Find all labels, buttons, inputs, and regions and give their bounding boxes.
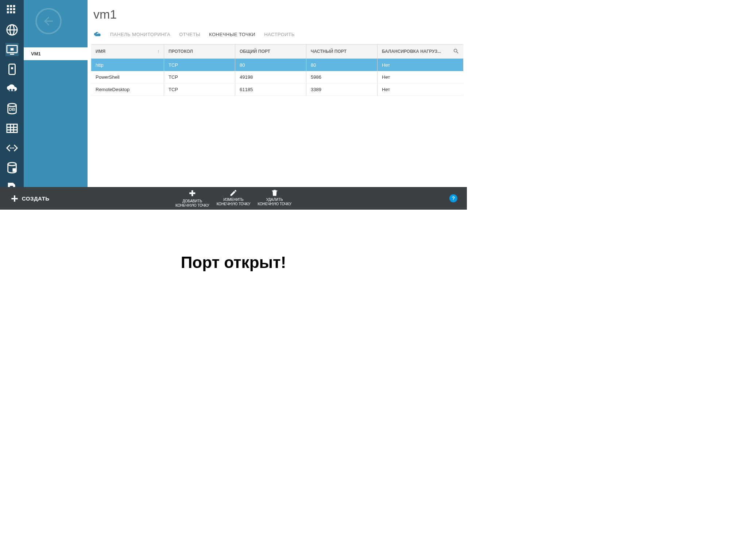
add-endpoint-button[interactable]: ✚ ДОБАВИТЬ КОНЕЧНУЮ ТОЧКУ xyxy=(175,189,209,208)
svg-rect-3 xyxy=(7,8,9,10)
tab-endpoints[interactable]: КОНЕЧНЫЕ ТОЧКИ xyxy=(209,32,255,37)
cell-public-port: 61185 xyxy=(235,83,306,96)
svg-rect-2 xyxy=(13,5,15,7)
svg-point-18 xyxy=(12,89,15,91)
table-icon[interactable] xyxy=(5,122,19,135)
table-header: ИМЯ ↑ ПРОТОКОЛ ОБЩИЙ ПОРТ ЧАСТНЫЙ ПОРТ Б… xyxy=(91,44,463,59)
tab-bar: ПАНЕЛЬ МОНИТОРИНГА ОТЧЕТЫ КОНЕЧНЫЕ ТОЧКИ… xyxy=(93,30,467,38)
cell-public-port: 80 xyxy=(235,59,306,71)
azure-portal: DB VM1 vm1 ПАНЕЛЬ МОНИТОРИНГА xyxy=(0,0,467,210)
endpoints-table: ИМЯ ↑ ПРОТОКОЛ ОБЩИЙ ПОРТ ЧАСТНЫЙ ПОРТ Б… xyxy=(91,44,463,96)
svg-rect-6 xyxy=(7,11,9,13)
left-icon-rail: DB xyxy=(0,0,24,210)
svg-rect-16 xyxy=(11,67,13,69)
nav-panel: VM1 xyxy=(24,0,88,210)
svg-rect-7 xyxy=(10,11,12,13)
tab-configure[interactable]: НАСТРОИТЬ xyxy=(264,32,294,37)
quickstart-icon[interactable] xyxy=(93,30,101,38)
plus-icon: ✚ xyxy=(189,189,196,198)
col-header-private-port[interactable]: ЧАСТНЫЙ ПОРТ xyxy=(306,44,378,58)
col-header-public-port[interactable]: ОБЩИЙ ПОРТ xyxy=(235,44,306,58)
col-header-protocol[interactable]: ПРОТОКОЛ xyxy=(164,44,235,58)
tab-reports[interactable]: ОТЧЕТЫ xyxy=(179,32,200,37)
delete-label-1: УДАЛИТЬ xyxy=(266,198,283,202)
add-label-2: КОНЕЧНУЮ ТОЧКУ xyxy=(175,203,209,208)
search-icon[interactable] xyxy=(453,48,459,55)
sort-arrow-icon: ↑ xyxy=(157,49,159,54)
svg-point-26 xyxy=(10,147,11,148)
page-title: vm1 xyxy=(93,7,467,22)
main-content: vm1 ПАНЕЛЬ МОНИТОРИНГА ОТЧЕТЫ КОНЕЧНЫЕ Т… xyxy=(88,0,467,210)
delete-endpoint-button[interactable]: УДАЛИТЬ КОНЕЧНУЮ ТОЧКУ xyxy=(258,189,291,208)
svg-rect-30 xyxy=(12,168,16,172)
col-header-lb-label: БАЛАНСИРОВКА НАГРУЗ... xyxy=(382,49,441,54)
col-header-load-balancing[interactable]: БАЛАНСИРОВКА НАГРУЗ... xyxy=(378,44,463,58)
col-header-name-label: ИМЯ xyxy=(96,49,105,54)
svg-rect-1 xyxy=(10,5,12,7)
vm-icon[interactable] xyxy=(5,43,19,56)
back-button[interactable] xyxy=(35,8,62,34)
pencil-icon xyxy=(229,189,237,197)
svg-point-28 xyxy=(13,147,14,148)
svg-line-32 xyxy=(457,52,458,53)
add-label-1: ДОБАВИТЬ xyxy=(182,199,202,203)
cell-name: PowerShell xyxy=(91,71,164,83)
svg-rect-13 xyxy=(10,48,13,51)
table-row[interactable]: RemoteDesktopTCP611853389Нет xyxy=(91,83,463,96)
delete-label-2: КОНЕЧНУЮ ТОЧКУ xyxy=(258,202,291,206)
trash-icon xyxy=(271,189,279,197)
svg-point-31 xyxy=(454,49,457,52)
table-body: httpTCP8080НетPowerShellTCP491985986НетR… xyxy=(91,59,463,96)
tab-monitoring[interactable]: ПАНЕЛЬ МОНИТОРИНГА xyxy=(110,32,170,37)
bottom-bar: + СОЗДАТЬ ✚ ДОБАВИТЬ КОНЕЧНУЮ ТОЧКУ ИЗМЕ… xyxy=(0,187,467,210)
nav-item-vm1[interactable]: VM1 xyxy=(24,47,88,60)
cell-private-port: 3389 xyxy=(306,83,378,96)
svg-rect-0 xyxy=(7,5,9,7)
edit-endpoint-button[interactable]: ИЗМЕНИТЬ КОНЕЧНУЮ ТОЧКУ xyxy=(217,189,251,208)
mobile-icon[interactable] xyxy=(5,63,19,76)
svg-rect-4 xyxy=(10,8,12,10)
cell-load-balancing: Нет xyxy=(378,83,463,96)
create-button[interactable]: + СОЗДАТЬ xyxy=(0,192,88,205)
arrow-left-icon xyxy=(42,15,55,28)
edit-label-2: КОНЕЧНУЮ ТОЧКУ xyxy=(217,202,251,206)
svg-rect-21 xyxy=(7,124,17,133)
cloud-gear-icon[interactable] xyxy=(5,82,19,96)
cell-private-port: 80 xyxy=(306,59,378,71)
table-row[interactable]: httpTCP8080Нет xyxy=(91,59,463,71)
create-label: СОЗДАТЬ xyxy=(22,195,50,202)
svg-text:DB: DB xyxy=(9,107,15,112)
cell-name: http xyxy=(91,59,164,71)
svg-point-29 xyxy=(8,163,16,166)
globe-icon[interactable] xyxy=(5,23,19,36)
grid-icon[interactable] xyxy=(5,4,19,17)
svg-point-17 xyxy=(9,89,11,91)
edit-label-1: ИЗМЕНИТЬ xyxy=(223,198,243,202)
db-icon[interactable]: DB xyxy=(5,102,19,115)
cell-load-balancing: Нет xyxy=(378,59,463,71)
cell-public-port: 49198 xyxy=(235,71,306,83)
svg-point-27 xyxy=(11,147,12,148)
svg-rect-8 xyxy=(13,11,15,13)
cell-protocol: TCP xyxy=(164,83,235,96)
slide-caption: Порт открыт! xyxy=(0,253,467,272)
cell-name: RemoteDesktop xyxy=(91,83,164,96)
cell-load-balancing: Нет xyxy=(378,71,463,83)
svg-rect-5 xyxy=(13,8,15,10)
cell-protocol: TCP xyxy=(164,59,235,71)
code-icon[interactable] xyxy=(5,141,19,155)
storage-icon[interactable] xyxy=(5,161,19,174)
cell-private-port: 5986 xyxy=(306,71,378,83)
svg-point-19 xyxy=(8,104,16,107)
plus-icon: + xyxy=(11,192,18,205)
cell-protocol: TCP xyxy=(164,71,235,83)
table-row[interactable]: PowerShellTCP491985986Нет xyxy=(91,71,463,83)
help-button[interactable]: ? xyxy=(449,194,457,202)
col-header-name[interactable]: ИМЯ ↑ xyxy=(91,44,164,58)
